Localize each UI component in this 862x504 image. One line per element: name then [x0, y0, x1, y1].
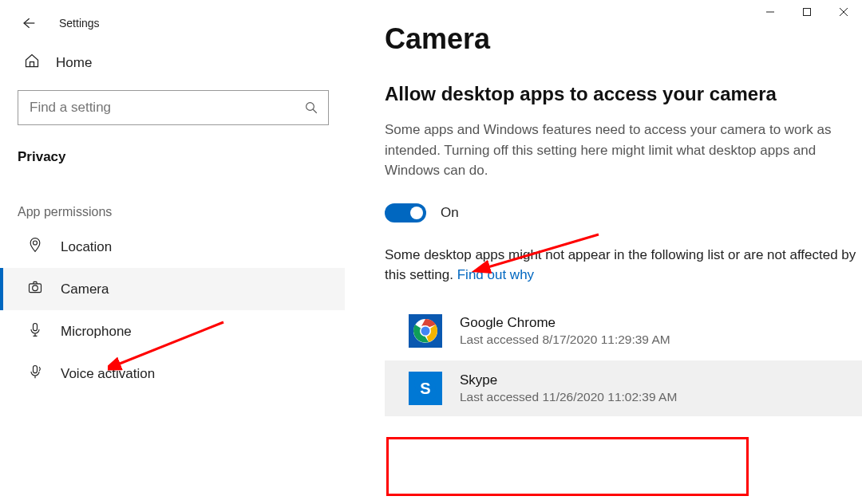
app-last-accessed: Last accessed 11/26/2020 11:02:39 AM [460, 390, 677, 404]
skype-icon: S [409, 372, 442, 405]
toggle-knob [410, 207, 423, 219]
app-name: Google Chrome [460, 315, 670, 331]
svg-point-5 [306, 103, 314, 111]
svg-rect-11 [34, 366, 38, 373]
camera-access-toggle[interactable] [385, 203, 426, 222]
app-name: Skype [460, 372, 677, 388]
sidebar-item-location[interactable]: Location [0, 226, 345, 268]
sidebar-item-label: Location [61, 239, 112, 255]
sidebar: Settings Home Privacy App permissions Lo… [0, 0, 345, 504]
description-text: Some apps and Windows features need to a… [385, 120, 848, 181]
location-icon [27, 237, 43, 257]
search-icon [304, 100, 318, 115]
note-body: Some desktop apps might not appear in th… [385, 247, 856, 283]
svg-point-15 [421, 326, 430, 335]
sidebar-item-label: Voice activation [61, 366, 155, 382]
voice-icon [27, 364, 43, 384]
svg-text:S: S [420, 380, 430, 397]
page-heading: Camera [385, 22, 862, 56]
app-row-chrome[interactable]: Google Chrome Last accessed 8/17/2020 11… [385, 303, 862, 359]
category-label: Privacy [0, 136, 345, 170]
window-title: Settings [59, 17, 100, 30]
svg-rect-1 [804, 9, 811, 16]
sidebar-item-microphone[interactable]: Microphone [0, 310, 345, 352]
sidebar-item-label: Camera [61, 282, 109, 297]
sidebar-item-camera[interactable]: Camera [0, 268, 345, 310]
close-button[interactable] [825, 0, 862, 24]
chrome-icon [409, 314, 442, 348]
microphone-icon [27, 321, 43, 341]
svg-point-7 [34, 241, 38, 245]
app-last-accessed: Last accessed 8/17/2020 11:29:39 AM [460, 333, 670, 347]
svg-rect-10 [34, 324, 38, 331]
toggle-label: On [441, 205, 459, 221]
search-box[interactable] [18, 90, 329, 125]
camera-icon [27, 279, 43, 299]
minimize-button[interactable] [752, 0, 789, 24]
nav-home-label: Home [56, 55, 92, 71]
sidebar-item-label: Microphone [61, 324, 132, 340]
svg-line-6 [313, 109, 317, 113]
app-row-skype[interactable]: S Skype Last accessed 11/26/2020 11:02:3… [385, 360, 862, 416]
svg-point-9 [33, 285, 38, 291]
content-pane: Camera Allow desktop apps to access your… [345, 0, 862, 504]
search-input[interactable] [30, 100, 304, 116]
app-list: Google Chrome Last accessed 8/17/2020 11… [385, 303, 862, 416]
nav-home[interactable]: Home [0, 41, 345, 84]
back-button[interactable] [19, 14, 37, 32]
section-label: App permissions [0, 170, 345, 226]
maximize-button[interactable] [789, 0, 825, 24]
sub-heading: Allow desktop apps to access your camera [385, 83, 862, 105]
sidebar-item-voice-activation[interactable]: Voice activation [0, 352, 345, 395]
home-icon [24, 53, 40, 73]
note-text: Some desktop apps might not appear in th… [385, 245, 862, 285]
find-out-why-link[interactable]: Find out why [457, 267, 534, 282]
